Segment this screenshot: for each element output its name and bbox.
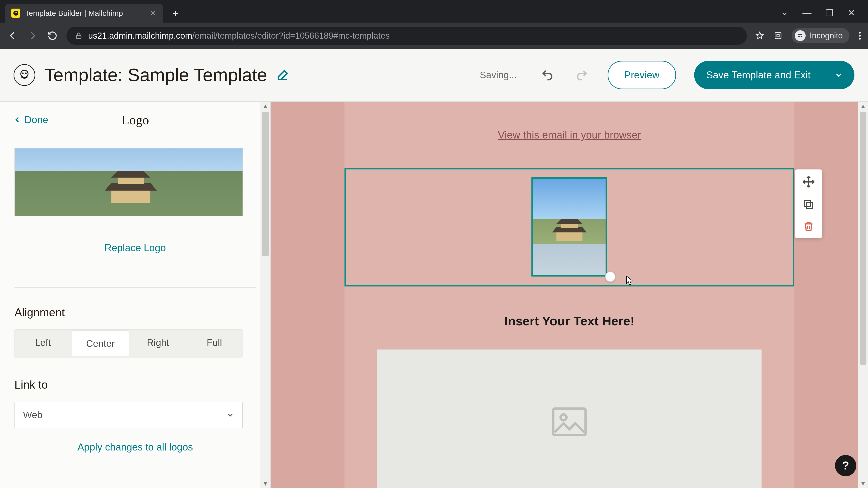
scroll-thumb[interactable] [262, 111, 269, 256]
link-to-select[interactable]: Web [14, 402, 243, 428]
alignment-option-full[interactable]: Full [186, 330, 243, 356]
svg-rect-14 [118, 177, 144, 184]
window-maximize-icon[interactable]: ❐ [826, 8, 834, 18]
save-template-button[interactable]: Save Template and Exit [694, 61, 823, 89]
incognito-label: Incognito [810, 31, 843, 40]
image-placeholder-block[interactable] [377, 350, 762, 488]
done-button[interactable]: Done [13, 114, 48, 125]
apply-all-logos-button[interactable]: Apply changes to all logos [14, 442, 256, 453]
canvas-scrollbar[interactable]: ▲ ▼ [858, 102, 868, 488]
incognito-icon [795, 30, 806, 41]
bookmark-star-icon[interactable] [755, 31, 765, 40]
svg-point-0 [13, 11, 18, 15]
logo-image[interactable] [531, 177, 608, 276]
alignment-label: Alignment [14, 306, 256, 319]
alignment-option-left[interactable]: Left [15, 330, 71, 356]
save-dropdown-button[interactable] [823, 61, 855, 89]
svg-marker-15 [112, 171, 151, 178]
svg-rect-16 [556, 232, 582, 240]
svg-rect-20 [807, 202, 813, 208]
panel-title: Logo [121, 112, 149, 127]
window-close-icon[interactable]: ✕ [848, 8, 855, 18]
scroll-up-icon[interactable]: ▲ [262, 102, 269, 111]
browser-tab[interactable]: Template Builder | Mailchimp × [5, 4, 163, 23]
svg-marker-19 [556, 219, 582, 224]
sidebar-scrollbar[interactable]: ▲ ▼ [260, 102, 270, 488]
alignment-segmented-control: Left Center Right Full [14, 329, 243, 358]
delete-block-icon[interactable] [803, 221, 814, 232]
address-bar[interactable]: us21.admin.mailchimp.com/email/templates… [66, 27, 747, 45]
chrome-menu-icon[interactable] [859, 31, 861, 40]
svg-point-6 [859, 32, 861, 34]
svg-rect-22 [553, 409, 586, 435]
svg-rect-21 [804, 200, 811, 206]
block-toolbar [795, 169, 822, 238]
logo-block-selected[interactable] [344, 168, 794, 287]
scroll-down-icon[interactable]: ▼ [860, 479, 866, 488]
move-block-icon[interactable] [802, 175, 815, 188]
chevron-down-icon [226, 411, 234, 419]
link-to-label: Link to [14, 378, 256, 391]
alignment-option-center[interactable]: Center [72, 330, 129, 357]
new-tab-button[interactable]: ＋ [169, 7, 182, 20]
nav-forward-button [27, 30, 38, 41]
heading-block[interactable]: Insert Your Text Here! [344, 314, 794, 328]
svg-rect-12 [112, 190, 151, 203]
svg-rect-5 [777, 35, 779, 37]
alignment-option-right[interactable]: Right [130, 330, 186, 356]
redo-button [569, 69, 594, 81]
resize-handle[interactable] [605, 271, 616, 282]
scroll-down-icon[interactable]: ▼ [262, 479, 269, 488]
svg-point-7 [859, 35, 861, 37]
tab-title: Template Builder | Mailchimp [25, 9, 146, 18]
nav-reload-button[interactable] [46, 30, 58, 41]
app-header: Template: Sample Template Saving... Prev… [0, 49, 868, 102]
nav-back-button[interactable] [7, 30, 19, 41]
svg-point-1 [15, 12, 16, 13]
mailchimp-favicon [11, 8, 20, 18]
extensions-icon[interactable] [774, 31, 782, 40]
help-button[interactable]: ? [835, 455, 856, 476]
svg-point-11 [25, 72, 26, 74]
svg-point-10 [22, 72, 24, 74]
window-minimize-icon[interactable]: — [802, 8, 811, 18]
svg-point-8 [859, 38, 861, 39]
svg-rect-3 [76, 35, 81, 39]
svg-point-9 [21, 70, 28, 77]
sidebar-panel: Done Logo Replace Logo Alignment [0, 102, 271, 488]
page-title: Template: Sample Template [44, 65, 267, 86]
duplicate-block-icon[interactable] [802, 198, 815, 210]
undo-button[interactable] [535, 69, 560, 81]
url-text: us21.admin.mailchimp.com/email/templates… [88, 31, 390, 41]
svg-point-23 [561, 415, 566, 420]
edit-title-icon[interactable] [276, 68, 289, 82]
view-in-browser-link[interactable]: View this email in your browser [344, 129, 794, 141]
svg-point-2 [16, 12, 17, 13]
scroll-up-icon[interactable]: ▲ [860, 102, 866, 111]
logo-preview-image[interactable] [14, 148, 243, 216]
svg-rect-18 [561, 223, 578, 228]
scroll-thumb[interactable] [860, 111, 866, 365]
tab-search-icon[interactable]: ⌄ [781, 7, 788, 17]
preview-button[interactable]: Preview [608, 61, 676, 89]
email-canvas[interactable]: View this email in your browser [271, 102, 868, 488]
divider [14, 287, 256, 288]
lock-icon [74, 32, 83, 40]
incognito-indicator[interactable]: Incognito [792, 28, 849, 43]
svg-rect-4 [775, 33, 781, 39]
replace-logo-button[interactable]: Replace Logo [14, 242, 256, 254]
mailchimp-logo[interactable] [13, 64, 35, 86]
save-status: Saving... [480, 70, 517, 80]
close-tab-icon[interactable]: × [150, 8, 156, 18]
